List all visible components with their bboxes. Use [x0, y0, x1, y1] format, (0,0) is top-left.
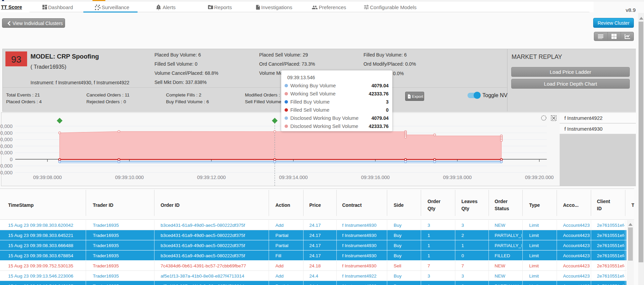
svg-text:0,000: 0,000	[0, 130, 13, 136]
svg-text:0,000: 0,000	[0, 150, 13, 155]
svg-text:09:39:20.000: 09:39:20.000	[525, 175, 554, 180]
svg-text:09:39:14.000: 09:39:14.000	[279, 175, 308, 180]
svg-text:09:39:10.000: 09:39:10.000	[115, 175, 144, 180]
svg-text:0,000: 0,000	[0, 163, 13, 169]
svg-text:09:39:18.000: 09:39:18.000	[443, 175, 472, 180]
svg-text:0,000: 0,000	[0, 170, 13, 175]
svg-text:09:39:12.000: 09:39:12.000	[197, 175, 226, 180]
svg-text:0,000: 0,000	[0, 124, 13, 129]
svg-text:0,000: 0,000	[0, 144, 13, 149]
svg-text:0,000: 0,000	[0, 137, 13, 142]
svg-text:09:39:16.000: 09:39:16.000	[361, 175, 390, 180]
svg-text:09:39:08.000: 09:39:08.000	[33, 175, 62, 180]
svg-text:0: 0	[10, 157, 13, 162]
